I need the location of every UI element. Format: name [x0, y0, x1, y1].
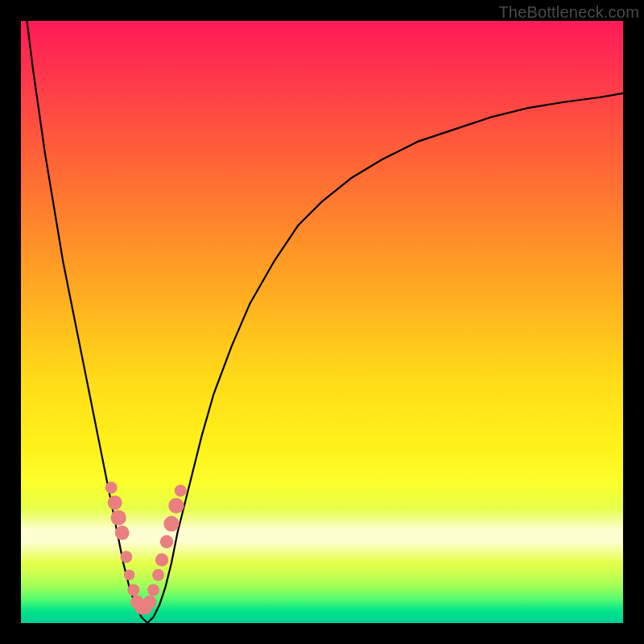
highlight-dot: [124, 569, 134, 580]
highlight-dot: [115, 526, 130, 540]
highlight-dot: [147, 584, 159, 596]
highlight-dot: [163, 516, 179, 531]
highlight-dot: [152, 569, 164, 581]
highlight-dot: [143, 596, 156, 609]
chart-frame: TheBottleneck.com: [0, 0, 644, 644]
plot-area: [21, 21, 623, 623]
highlight-dot: [160, 535, 173, 548]
highlight-dot: [168, 497, 184, 513]
highlight-dot: [108, 495, 122, 510]
highlight-dot: [127, 584, 139, 596]
highlight-dot: [175, 485, 187, 497]
highlight-dot: [155, 553, 168, 566]
highlight-dot: [120, 551, 132, 563]
highlight-dot: [105, 481, 118, 493]
highlight-dot: [110, 510, 126, 525]
chart-svg: [21, 21, 623, 623]
watermark-text: TheBottleneck.com: [498, 3, 639, 22]
